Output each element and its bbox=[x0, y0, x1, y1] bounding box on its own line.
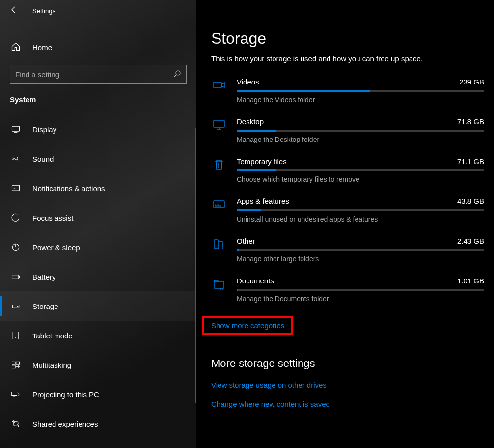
nav-label: Notifications & actions bbox=[32, 184, 105, 193]
nav-item-storage[interactable]: Storage bbox=[0, 291, 196, 321]
storage-bar bbox=[237, 169, 484, 171]
storage-size: 71.1 GB bbox=[457, 157, 484, 166]
nav-label: Power & sleep bbox=[32, 243, 80, 252]
nav-item-shared-experiences[interactable]: Shared experiences bbox=[0, 409, 196, 439]
nav-label: Focus assist bbox=[32, 214, 73, 222]
storage-size: 2.43 GB bbox=[457, 237, 484, 245]
main-panel: Storage This is how your storage is used… bbox=[196, 0, 494, 448]
page-title: Storage bbox=[211, 29, 484, 48]
nav-label: Multitasking bbox=[32, 361, 71, 369]
nav-label: Projecting to this PC bbox=[32, 391, 99, 399]
storage-desc: Manage the Documents folder bbox=[237, 295, 484, 303]
nav-icon bbox=[11, 242, 21, 252]
svg-rect-23 bbox=[214, 120, 224, 127]
storage-list: Videos239 GBManage the Videos folderDesk… bbox=[211, 78, 484, 303]
storage-row-videos[interactable]: Videos239 GBManage the Videos folder bbox=[211, 78, 484, 104]
search-icon bbox=[173, 70, 181, 79]
svg-point-14 bbox=[15, 337, 16, 338]
storage-row-other[interactable]: Other2.43 GBManage other large folders bbox=[211, 237, 484, 263]
view-other-drives-link[interactable]: View storage usage on other drives bbox=[211, 381, 484, 389]
nav-item-power-sleep[interactable]: Power & sleep bbox=[0, 232, 196, 262]
nav-icon bbox=[11, 183, 21, 193]
nav-icon bbox=[11, 124, 21, 134]
apps-icon bbox=[211, 197, 227, 211]
storage-name: Documents bbox=[237, 277, 274, 285]
home-label: Home bbox=[32, 43, 52, 52]
svg-rect-16 bbox=[16, 362, 20, 364]
storage-desc: Manage the Videos folder bbox=[237, 96, 484, 104]
svg-rect-19 bbox=[12, 392, 17, 396]
storage-size: 239 GB bbox=[459, 78, 484, 86]
nav-label: Storage bbox=[32, 302, 58, 310]
nav-icon bbox=[11, 154, 21, 164]
nav-item-battery[interactable]: Battery bbox=[0, 262, 196, 291]
storage-row-apps-features[interactable]: Apps & features43.8 GBUninstall unused o… bbox=[211, 197, 484, 223]
storage-bar bbox=[237, 90, 484, 92]
svg-point-29 bbox=[218, 204, 219, 205]
nav-icon bbox=[11, 213, 21, 223]
search-input[interactable] bbox=[15, 70, 173, 79]
svg-marker-22 bbox=[221, 83, 224, 87]
nav-label: Tablet mode bbox=[32, 332, 73, 340]
storage-bar bbox=[237, 289, 484, 291]
nav-item-tablet-mode[interactable]: Tablet mode bbox=[0, 321, 196, 350]
sidebar: Settings Home System DisplaySoundNotific… bbox=[0, 0, 196, 448]
page-subtitle: This is how your storage is used and how… bbox=[211, 55, 484, 63]
storage-size: 1.01 GB bbox=[457, 277, 484, 285]
storage-bar bbox=[237, 130, 484, 132]
desktop-icon bbox=[211, 117, 227, 131]
storage-size: 71.8 GB bbox=[457, 117, 484, 126]
search-box[interactable] bbox=[10, 65, 187, 84]
storage-name: Videos bbox=[237, 78, 259, 86]
storage-name: Apps & features bbox=[237, 197, 289, 205]
storage-name: Other bbox=[237, 237, 255, 245]
svg-rect-17 bbox=[12, 365, 16, 368]
home-icon bbox=[11, 42, 21, 53]
nav-label: Shared experiences bbox=[32, 420, 98, 428]
storage-row-temporary-files[interactable]: Temporary files71.1 GBChoose which tempo… bbox=[211, 157, 484, 183]
svg-rect-10 bbox=[19, 276, 20, 278]
svg-line-1 bbox=[174, 75, 176, 77]
nav-list: DisplaySoundNotifications & actionsFocus… bbox=[0, 114, 196, 439]
section-header: System bbox=[0, 84, 196, 109]
storage-desc: Manage other large folders bbox=[237, 255, 484, 263]
storage-size: 43.8 GB bbox=[457, 197, 484, 205]
svg-rect-9 bbox=[12, 275, 19, 279]
storage-row-documents[interactable]: Documents1.01 GBManage the Documents fol… bbox=[211, 277, 484, 303]
svg-point-30 bbox=[220, 204, 220, 205]
more-settings-title: More storage settings bbox=[211, 357, 484, 370]
svg-point-12 bbox=[17, 306, 18, 307]
storage-bar bbox=[237, 249, 484, 251]
nav-icon bbox=[11, 272, 21, 281]
back-arrow-icon[interactable] bbox=[10, 6, 18, 16]
show-more-link[interactable]: Show more categories bbox=[211, 321, 284, 330]
change-saved-link[interactable]: Change where new content is saved bbox=[211, 400, 484, 408]
nav-item-sound[interactable]: Sound bbox=[0, 144, 196, 173]
nav-icon bbox=[11, 360, 21, 370]
nav-label: Battery bbox=[32, 273, 56, 281]
svg-point-28 bbox=[217, 204, 218, 205]
nav-label: Display bbox=[32, 125, 56, 134]
nav-label: Sound bbox=[32, 155, 54, 163]
highlight-box: Show more categories bbox=[202, 316, 293, 335]
nav-icon bbox=[11, 390, 21, 399]
trash-icon bbox=[211, 157, 227, 171]
nav-item-focus-assist[interactable]: Focus assist bbox=[0, 203, 196, 232]
sidebar-scrollbar[interactable] bbox=[195, 128, 196, 403]
storage-desc: Manage the Desktop folder bbox=[237, 136, 484, 143]
nav-item-multitasking[interactable]: Multitasking bbox=[0, 350, 196, 380]
nav-item-projecting-to-this-pc[interactable]: Projecting to this PC bbox=[0, 380, 196, 409]
svg-rect-31 bbox=[215, 205, 221, 206]
app-title: Settings bbox=[32, 7, 55, 15]
svg-point-27 bbox=[215, 204, 216, 205]
storage-desc: Choose which temporary files to remove bbox=[237, 175, 484, 183]
storage-row-desktop[interactable]: Desktop71.8 GBManage the Desktop folder bbox=[211, 117, 484, 143]
svg-rect-4 bbox=[12, 185, 20, 191]
storage-desc: Uninstall unused or undesired apps & fea… bbox=[237, 215, 484, 223]
home-button[interactable]: Home bbox=[0, 33, 196, 61]
document-icon bbox=[211, 277, 227, 290]
nav-item-notifications-actions[interactable]: Notifications & actions bbox=[0, 173, 196, 203]
nav-item-display[interactable]: Display bbox=[0, 114, 196, 144]
storage-name: Temporary files bbox=[237, 157, 287, 166]
svg-rect-2 bbox=[12, 126, 20, 131]
